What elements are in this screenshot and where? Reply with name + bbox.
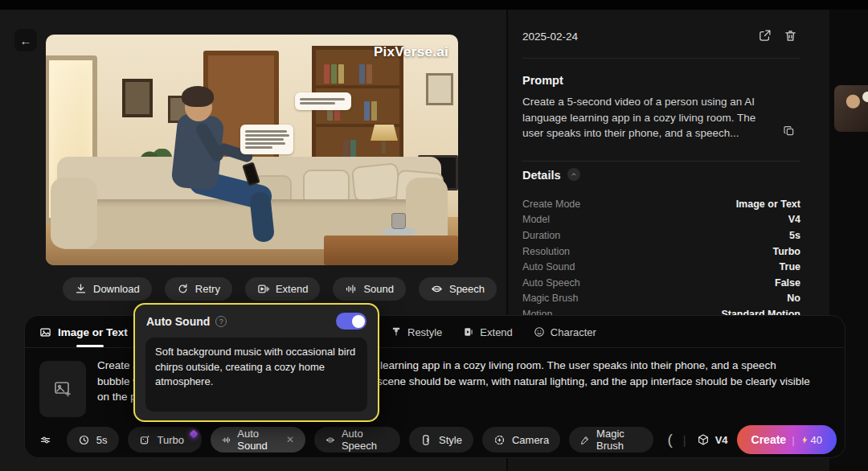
remove-auto-sound-icon[interactable]: ✕ (286, 434, 294, 445)
auto-speech-label: Auto Speech (342, 428, 389, 452)
camera-label: Camera (512, 434, 549, 446)
detail-row: Auto SpeechFalse (522, 275, 800, 291)
lips-icon (326, 434, 335, 446)
speech-button[interactable]: Speech (419, 277, 497, 301)
create-label: Create (751, 433, 787, 446)
video-thumbnail-1[interactable] (834, 23, 868, 72)
download-label: Download (93, 283, 140, 295)
controls-bar: 5s Turbo Auto Sound ✕ Auto Speech Style (33, 425, 837, 454)
image-icon (39, 326, 51, 338)
tab-character[interactable]: Character (534, 326, 596, 338)
help-icon[interactable]: ? (215, 316, 227, 327)
pillow (351, 162, 401, 203)
copy-prompt-button[interactable] (783, 125, 796, 141)
model-label: V4 (715, 434, 728, 446)
download-button[interactable]: Download (63, 277, 152, 301)
couch-armrest (51, 178, 97, 248)
tab-character-label: Character (551, 326, 596, 338)
image-upload-box[interactable] (39, 361, 86, 417)
detail-row: Auto SoundTrue (522, 259, 800, 275)
character-face-icon (534, 326, 545, 338)
extend-label: Extend (276, 283, 308, 295)
duration-pill[interactable]: 5s (67, 427, 119, 453)
extend-film-icon (463, 326, 474, 338)
detail-row: Create ModeImage or Text (522, 196, 800, 212)
tab-image-or-text[interactable]: Image or Text (39, 316, 128, 348)
popup-title: Auto Sound (146, 315, 210, 328)
detail-row: ResolutionTurbo (522, 244, 800, 260)
video-action-bar: Download Retry Extend Sound Speech (63, 277, 497, 301)
prompt-text: Create a 5-second video of a person usin… (522, 94, 788, 141)
model-selector[interactable]: V4 (697, 433, 728, 446)
share-icon[interactable] (758, 29, 772, 43)
auto-sound-label: Auto Sound (237, 428, 278, 452)
retry-button[interactable]: Retry (165, 277, 232, 301)
style-pill[interactable]: Style (409, 427, 473, 453)
extend-icon (257, 283, 269, 295)
wall-picture (426, 73, 453, 105)
clock-icon (78, 434, 90, 446)
turbo-icon (139, 434, 151, 446)
divider (522, 161, 800, 162)
copy-icon (783, 125, 796, 137)
retry-label: Retry (195, 283, 220, 295)
trash-icon[interactable] (784, 29, 797, 43)
style-label: Style (439, 434, 462, 446)
cube-icon (697, 433, 710, 446)
sound-prompt-textarea[interactable]: Soft background music with occasional bi… (145, 338, 367, 412)
detail-row: Magic BrushNo (522, 291, 800, 307)
create-button[interactable]: Create | 40 (737, 425, 837, 454)
tab-extend[interactable]: Extend (463, 326, 512, 338)
back-button[interactable]: ← (14, 29, 37, 51)
sound-label: Sound (363, 283, 394, 295)
video-thumbnail-2[interactable] (834, 85, 868, 132)
sound-bars-icon (222, 434, 231, 446)
camera-pill[interactable]: Camera (482, 427, 560, 453)
auto-sound-toggle[interactable] (336, 313, 366, 330)
sliders-icon (39, 434, 51, 446)
person-hair (182, 86, 214, 107)
camera-movement-icon (493, 434, 506, 446)
extend-button[interactable]: Extend (245, 277, 320, 301)
divider: | (683, 433, 686, 447)
settings-button[interactable] (33, 427, 58, 453)
duration-label: 5s (96, 434, 108, 446)
quality-label: Turbo (158, 434, 184, 446)
credit-cost: 40 (800, 434, 822, 446)
wall-picture (122, 79, 153, 117)
lamp-decor (371, 125, 398, 141)
speech-bubble (295, 92, 351, 110)
sound-button[interactable]: Sound (333, 277, 406, 301)
back-arrow-icon: ← (20, 34, 32, 47)
image-plus-icon (53, 379, 72, 399)
auto-sound-pill[interactable]: Auto Sound ✕ (211, 427, 305, 453)
magic-brush-label: Magic Brush (596, 428, 642, 452)
download-icon (75, 283, 87, 295)
lamp-base (382, 141, 386, 154)
tab-restyle[interactable]: Restyle (391, 326, 442, 338)
style-phone-icon (420, 434, 432, 446)
divider: | (792, 434, 794, 446)
video-preview[interactable]: PixVerse.ai (46, 35, 458, 265)
retry-icon (177, 283, 189, 295)
quality-pill[interactable]: Turbo (128, 427, 202, 453)
collapsed-control-icon[interactable]: ( (667, 431, 672, 448)
magic-brush-pen-icon (580, 434, 590, 446)
lips-icon (431, 283, 443, 295)
window-top-strip (0, 0, 868, 10)
mug (391, 213, 406, 229)
pixverse-watermark: PixVerse.ai (374, 44, 448, 60)
premium-gem-icon (189, 429, 198, 438)
prompt-heading: Prompt (522, 74, 563, 87)
speech-bubble (240, 125, 293, 154)
coffee-table (324, 236, 458, 265)
magic-brush-pill[interactable]: Magic Brush (569, 427, 653, 453)
lightning-icon (800, 436, 809, 444)
collapse-details-button[interactable] (567, 168, 580, 181)
details-heading: Details (522, 168, 580, 182)
detail-row: ModelV4 (522, 212, 800, 228)
speech-label: Speech (449, 283, 485, 295)
auto-sound-popup: Auto Sound ? Soft background music with … (133, 303, 379, 422)
auto-speech-pill[interactable]: Auto Speech (314, 427, 400, 453)
active-tab-indicator (76, 345, 104, 347)
